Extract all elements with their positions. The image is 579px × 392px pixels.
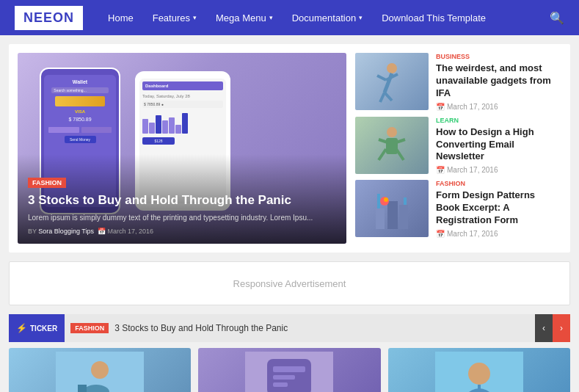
bottom-thumb-img-2	[245, 352, 333, 392]
side-title-3: Form Design Patterns Book Excerpt: A Reg…	[436, 189, 561, 227]
calendar-icon: 📅	[436, 166, 445, 174]
svg-rect-13	[387, 201, 398, 229]
side-thumb-2	[355, 117, 429, 174]
person-falling-icon	[370, 59, 414, 104]
side-thumb-1	[355, 53, 429, 110]
svg-rect-12	[376, 208, 385, 229]
svg-point-29	[468, 363, 490, 385]
ticker-next-button[interactable]: ›	[553, 314, 570, 342]
chevron-down-icon: ▾	[359, 14, 363, 21]
ticker-label: ⚡ TICKER	[9, 314, 65, 342]
nav-features[interactable]: Features▾	[145, 10, 204, 26]
svg-rect-26	[273, 375, 295, 380]
ad-label: Responsive Advertisement	[233, 278, 346, 289]
nav-download[interactable]: Download This Template	[374, 10, 493, 26]
svg-point-6	[387, 127, 397, 137]
bottom-thumb-1[interactable]	[9, 348, 191, 392]
svg-line-9	[396, 149, 404, 160]
side-title-2: How to Design a High Converting Email Ne…	[436, 126, 561, 164]
featured-title: 3 Stocks to Buy and Hold Through the Pan…	[28, 192, 336, 208]
side-date-1: 📅 March 17, 2016	[436, 103, 561, 111]
svg-rect-27	[273, 382, 288, 387]
side-date-2: 📅 March 17, 2016	[436, 166, 561, 174]
featured-badge: FASHION	[28, 178, 66, 188]
side-content-3: FASHION Form Design Patterns Book Excerp…	[436, 180, 561, 238]
featured-meta: BY Sora Blogging Tips 📅 March 17, 2016	[28, 228, 336, 235]
ticker-arrows: ‹ ›	[535, 314, 570, 342]
chevron-down-icon: ▾	[193, 14, 197, 21]
svg-rect-14	[399, 205, 408, 229]
side-date-3: 📅 March 17, 2016	[436, 230, 561, 238]
logo[interactable]: NEEON	[15, 6, 83, 30]
sidebar-articles: BUSINESS The weirdest, and most unavaila…	[355, 53, 561, 244]
main-content: Wallet Search something... VISA $ 7850.8…	[9, 44, 570, 253]
ad-banner: Responsive Advertisement	[9, 261, 570, 305]
side-article-2[interactable]: LEARN How to Design a High Converting Em…	[355, 117, 561, 175]
side-content-1: BUSINESS The weirdest, and most unavaila…	[436, 53, 561, 111]
lightning-icon: ⚡	[16, 323, 27, 333]
ticker-bar: ⚡ TICKER FASHION 3 Stocks to Buy and Hol…	[9, 314, 570, 342]
svg-line-2	[377, 76, 386, 80]
svg-rect-7	[386, 138, 398, 154]
svg-rect-17	[377, 194, 380, 208]
svg-rect-25	[273, 366, 305, 372]
featured-excerpt: Lorem ipsum is simply dummy text of the …	[28, 213, 336, 223]
featured-article[interactable]: Wallet Search something... VISA $ 7850.8…	[18, 53, 346, 244]
top-section: Wallet Search something... VISA $ 7850.8…	[18, 53, 561, 244]
bottom-thumb-img-1	[56, 352, 144, 392]
bottom-thumbs	[9, 348, 570, 392]
city-icon	[370, 186, 414, 231]
svg-point-16	[384, 197, 388, 202]
calendar-icon: 📅	[436, 103, 445, 111]
ticker-text: 3 Stocks to Buy and Hold Through the Pan…	[114, 323, 535, 333]
ticker-badge: FASHION	[70, 323, 109, 333]
featured-overlay: FASHION 3 Stocks to Buy and Hold Through…	[18, 154, 346, 244]
side-category-3: FASHION	[436, 180, 561, 187]
bottom-thumb-img-3	[435, 352, 523, 392]
svg-rect-22	[78, 385, 87, 392]
nav-documentation[interactable]: Documentation▾	[285, 10, 370, 26]
svg-line-5	[385, 92, 392, 101]
side-thumb-3	[355, 180, 429, 237]
main-nav: Home Features▾ Mega Menu▾ Documentation▾…	[101, 10, 550, 26]
side-category-1: BUSINESS	[436, 53, 561, 60]
search-icon[interactable]: 🔍	[550, 11, 564, 25]
calendar-icon: 📅	[436, 230, 445, 238]
side-article-3[interactable]: FASHION Form Design Patterns Book Excerp…	[355, 180, 561, 238]
svg-rect-18	[404, 197, 407, 205]
side-content-2: LEARN How to Design a High Converting Em…	[436, 117, 561, 175]
person-sitting-icon	[370, 123, 414, 167]
bottom-thumb-3[interactable]	[388, 348, 570, 392]
svg-point-20	[91, 361, 109, 379]
svg-point-0	[387, 63, 397, 73]
bottom-thumb-2[interactable]	[198, 348, 380, 392]
chevron-down-icon: ▾	[269, 14, 273, 21]
side-category-2: LEARN	[436, 117, 561, 124]
ticker-prev-button[interactable]: ‹	[535, 314, 553, 342]
svg-line-8	[379, 149, 386, 160]
side-article-1[interactable]: BUSINESS The weirdest, and most unavaila…	[355, 53, 561, 111]
header: NEEON Home Features▾ Mega Menu▾ Document…	[0, 0, 579, 35]
nav-home[interactable]: Home	[101, 10, 141, 26]
side-title-1: The weirdest, and most unavailable gadge…	[436, 62, 561, 100]
nav-mega-menu[interactable]: Mega Menu▾	[208, 10, 280, 26]
